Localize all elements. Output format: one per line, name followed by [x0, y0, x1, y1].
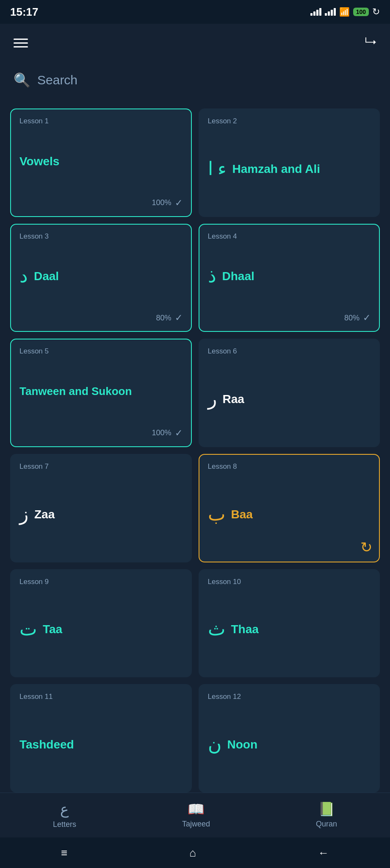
lesson-content-lesson-10: ثThaa [208, 590, 371, 669]
lesson-name-lesson-3: Daal [34, 270, 59, 283]
lesson-arabic-lesson-3: د [19, 267, 28, 286]
lesson-content-lesson-9: تTaa [19, 590, 183, 669]
nav-label-tajweed: Tajweed [182, 820, 210, 829]
share-button[interactable]: ⮡ [365, 36, 376, 50]
nav-label-quran: Quran [316, 820, 337, 829]
lesson-arabic-lesson-12: ن [208, 735, 221, 754]
nav-label-letters: Letters [53, 820, 76, 829]
lesson-content-lesson-11: Tashdeed [19, 705, 183, 784]
system-home-button[interactable]: ⌂ [189, 846, 196, 860]
lesson-arabic-lesson-9: ت [19, 620, 37, 639]
lesson-arabic-lesson-8: ب [208, 505, 225, 524]
status-time: 15:17 [10, 6, 39, 19]
lesson-progress-lesson-1: 100% [152, 198, 171, 207]
lesson-label-lesson-4: Lesson 4 [208, 232, 371, 241]
lesson-label-lesson-2: Lesson 2 [208, 117, 371, 125]
menu-button[interactable] [14, 39, 28, 47]
app-header: ⮡ [0, 24, 390, 62]
battery-indicator: 100 [353, 8, 369, 16]
lesson-footer-lesson-5: 100%✓ [19, 428, 183, 439]
search-icon: 🔍 [14, 72, 30, 88]
search-section: 🔍 [0, 62, 390, 102]
lesson-name-lesson-12: Noon [227, 738, 258, 751]
search-bar[interactable]: 🔍 [14, 72, 376, 88]
lessons-grid: Lesson 1Vowels100%✓Lesson 2ء اHamzah and… [0, 102, 390, 793]
nav-item-letters[interactable]: ع Letters [53, 801, 76, 829]
status-bar: 15:17 📶 100 ↻ [0, 0, 390, 24]
lesson-card-lesson-9[interactable]: Lesson 9تTaa [10, 569, 192, 678]
lesson-arabic-lesson-4: ذ [208, 267, 216, 286]
lesson-arabic-lesson-10: ث [208, 620, 225, 639]
lesson-name-lesson-11: Tashdeed [19, 738, 74, 751]
lesson-card-lesson-11[interactable]: Lesson 11Tashdeed [10, 684, 192, 793]
system-menu-button[interactable]: ≡ [61, 846, 67, 860]
wifi-icon: 📶 [339, 7, 350, 17]
lesson-label-lesson-6: Lesson 6 [208, 347, 371, 356]
bottom-nav: ع Letters 📖 Tajweed 📗 Quran [0, 793, 390, 837]
lesson-card-lesson-6[interactable]: Lesson 6رRaa [199, 339, 380, 447]
lesson-card-lesson-8[interactable]: Lesson 8بBaa↻ [199, 454, 380, 562]
lesson-check-icon-lesson-3: ✓ [175, 312, 183, 323]
lesson-progress-lesson-3: 80% [156, 314, 171, 323]
lesson-label-lesson-10: Lesson 10 [208, 578, 371, 586]
lesson-label-lesson-12: Lesson 12 [208, 693, 371, 701]
lesson-label-lesson-5: Lesson 5 [19, 347, 183, 356]
tajweed-icon: 📖 [188, 801, 205, 817]
lesson-arabic-lesson-2: ء ا [208, 160, 227, 178]
lesson-name-lesson-4: Dhaal [222, 270, 254, 283]
lesson-name-lesson-10: Thaa [231, 623, 259, 636]
lesson-check-icon-lesson-4: ✓ [363, 312, 371, 323]
lesson-content-lesson-1: Vowels [19, 130, 183, 193]
lesson-footer-lesson-1: 100%✓ [19, 198, 183, 209]
lesson-name-lesson-9: Taa [43, 623, 62, 636]
lesson-label-lesson-1: Lesson 1 [19, 117, 183, 125]
lesson-card-lesson-5[interactable]: Lesson 5Tanween and Sukoon100%✓ [10, 339, 192, 447]
lesson-content-lesson-3: دDaal [19, 245, 183, 309]
lesson-arabic-lesson-7: ز [19, 505, 28, 524]
lesson-reload-icon-lesson-8[interactable]: ↻ [360, 539, 372, 556]
lesson-check-icon-lesson-5: ✓ [175, 428, 183, 439]
lesson-card-lesson-3[interactable]: Lesson 3دDaal80%✓ [10, 224, 192, 332]
lesson-content-lesson-8: بBaa [208, 475, 371, 554]
lesson-card-lesson-1[interactable]: Lesson 1Vowels100%✓ [10, 108, 192, 217]
search-input[interactable] [37, 73, 376, 87]
lesson-content-lesson-5: Tanween and Sukoon [19, 360, 183, 423]
nav-item-quran[interactable]: 📗 Quran [316, 801, 337, 829]
lesson-label-lesson-3: Lesson 3 [19, 232, 183, 241]
lesson-card-lesson-10[interactable]: Lesson 10ثThaa [199, 569, 380, 678]
lesson-name-lesson-8: Baa [231, 508, 253, 521]
lesson-footer-lesson-3: 80%✓ [19, 312, 183, 323]
lesson-content-lesson-6: رRaa [208, 360, 371, 439]
signal-icon [310, 8, 321, 16]
lesson-progress-lesson-4: 80% [344, 314, 360, 323]
lesson-label-lesson-7: Lesson 7 [19, 462, 183, 471]
lesson-label-lesson-9: Lesson 9 [19, 578, 183, 586]
quran-icon: 📗 [318, 801, 335, 817]
lesson-content-lesson-4: ذDhaal [208, 245, 371, 309]
lesson-content-lesson-2: ء اHamzah and Ali [208, 130, 371, 209]
system-nav: ≡ ⌂ ← [0, 837, 390, 868]
lesson-arabic-lesson-6: ر [208, 390, 217, 409]
nav-item-tajweed[interactable]: 📖 Tajweed [182, 801, 210, 829]
lesson-label-lesson-8: Lesson 8 [208, 462, 371, 471]
lesson-card-lesson-7[interactable]: Lesson 7زZaa [10, 454, 192, 562]
lesson-card-lesson-2[interactable]: Lesson 2ء اHamzah and Ali [199, 108, 380, 217]
lesson-check-icon-lesson-1: ✓ [175, 198, 183, 209]
lesson-progress-lesson-5: 100% [152, 428, 171, 437]
lesson-card-lesson-4[interactable]: Lesson 4ذDhaal80%✓ [199, 224, 380, 332]
lesson-name-lesson-1: Vowels [19, 155, 59, 168]
lesson-name-lesson-6: Raa [223, 392, 244, 406]
letters-icon: ع [60, 801, 69, 818]
system-back-button[interactable]: ← [318, 846, 329, 860]
status-icons: 📶 100 ↻ [310, 6, 380, 17]
lesson-content-lesson-12: نNoon [208, 705, 371, 784]
lesson-card-lesson-12[interactable]: Lesson 12نNoon [199, 684, 380, 793]
lesson-name-lesson-7: Zaa [34, 508, 55, 521]
lesson-name-lesson-5: Tanween and Sukoon [19, 384, 132, 399]
lesson-footer-lesson-4: 80%✓ [208, 312, 371, 323]
signal-icon-2 [325, 8, 336, 16]
lesson-content-lesson-7: زZaa [19, 475, 183, 554]
lesson-label-lesson-11: Lesson 11 [19, 693, 183, 701]
refresh-icon: ↻ [372, 6, 380, 17]
lesson-name-lesson-2: Hamzah and Ali [232, 162, 320, 176]
